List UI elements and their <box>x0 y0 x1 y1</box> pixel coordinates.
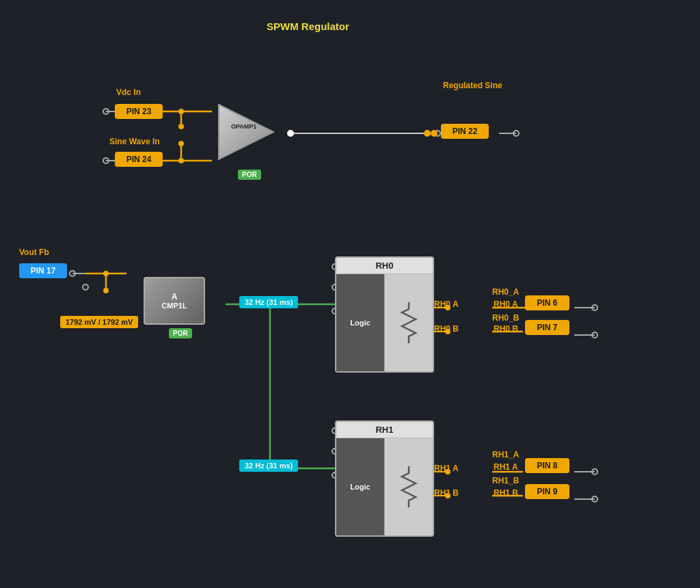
pin9-box[interactable]: PIN 9 <box>525 484 569 499</box>
svg-point-19 <box>70 271 75 276</box>
diagram: SPWM Regulator Vdc In PIN 23 Sine Wave I… <box>0 0 700 588</box>
pin24-box[interactable]: PIN 24 <box>115 152 163 167</box>
cmp-line2: CMP1L <box>161 302 187 310</box>
rh0-block[interactable]: RH0 Logic <box>335 256 434 373</box>
svg-point-13 <box>435 131 440 136</box>
pin22-box[interactable]: PIN 22 <box>441 124 489 139</box>
svg-point-24 <box>83 284 88 290</box>
cmp1l-block[interactable]: A CMP1L <box>144 277 205 325</box>
freq-badge-rh0: 32 Hz (31 ms) <box>239 296 298 308</box>
por-badge-cmp: POR <box>169 328 192 338</box>
svg-point-60 <box>592 469 597 475</box>
svg-point-64 <box>287 130 294 137</box>
svg-point-47 <box>592 332 597 338</box>
rh1-block[interactable]: RH1 Logic <box>335 420 434 537</box>
vout-fb-label: Vout Fb <box>19 248 49 257</box>
svg-point-17 <box>513 131 519 136</box>
rh0a-pin-label: RH0 A <box>494 299 518 309</box>
rh1-logic: Logic <box>336 438 385 535</box>
pin23-box[interactable]: PIN 23 <box>115 104 163 119</box>
sine-in-label: Sine Wave In <box>109 137 160 146</box>
rh0b-pin-label: RH0 B <box>494 324 518 334</box>
svg-point-7 <box>178 158 184 163</box>
rh1a-pin-label: RH1 A <box>494 462 518 472</box>
pin17-box[interactable]: PIN 17 <box>19 263 67 278</box>
svg-text:OPAMP1: OPAMP1 <box>231 123 256 130</box>
rh1b-out-label: RH1 B <box>434 488 459 498</box>
rh0-resistor <box>385 274 433 371</box>
pin8-box[interactable]: PIN 8 <box>525 458 569 473</box>
svg-point-6 <box>178 141 184 146</box>
regulated-sine-label: Regulated Sine <box>443 81 502 90</box>
svg-point-22 <box>103 271 109 276</box>
svg-point-3 <box>178 124 184 129</box>
svg-point-9 <box>103 109 109 114</box>
svg-point-44 <box>592 305 597 310</box>
diagram-title: SPWM Regulator <box>267 21 349 32</box>
pin6-box[interactable]: PIN 6 <box>525 295 569 310</box>
rh1a-out-label: RH1 A <box>434 464 459 473</box>
rh0-title: RH0 <box>336 258 433 274</box>
svg-point-11 <box>103 158 109 163</box>
rh1b-badge-label: RH1_B <box>492 476 519 485</box>
vdc-in-label: Vdc In <box>116 88 141 97</box>
rh0-logic: Logic <box>336 274 385 371</box>
pin7-box[interactable]: PIN 7 <box>525 320 569 335</box>
rh1b-pin-label: RH1 B <box>494 488 518 498</box>
freq-badge-rh1: 32 Hz (31 ms) <box>239 459 298 472</box>
svg-point-15 <box>431 130 438 137</box>
svg-marker-65 <box>219 105 273 159</box>
rh0a-badge-label: RH0_A <box>492 287 519 297</box>
svg-point-2 <box>178 109 184 114</box>
rh0b-out-label: RH0 B <box>434 324 459 334</box>
svg-point-63 <box>592 496 597 502</box>
cmp-line1: A <box>172 292 178 302</box>
rh1a-badge-label: RH1_A <box>492 450 519 459</box>
mv-label: 1792 mV / 1792 mV <box>60 316 138 328</box>
svg-point-23 <box>103 288 109 293</box>
rh0a-out-label: RH0 A <box>434 299 459 309</box>
por-badge-opamp: POR <box>238 170 261 180</box>
rh0b-badge-label: RH0_B <box>492 313 519 323</box>
svg-point-14 <box>424 130 431 137</box>
opamp1[interactable]: OPAMP1 <box>212 101 280 163</box>
rh1-title: RH1 <box>336 422 433 438</box>
rh1-resistor <box>385 438 433 535</box>
